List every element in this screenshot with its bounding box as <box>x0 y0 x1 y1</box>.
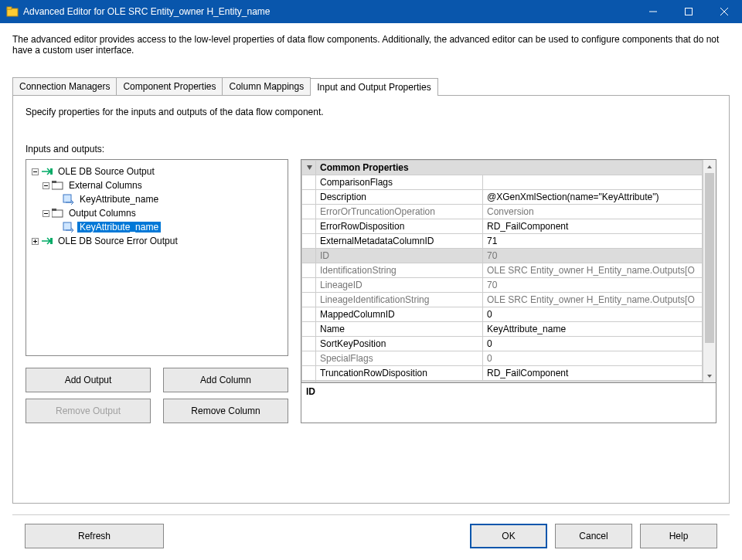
titlebar: Advanced Editor for OLE SRC Entity_owner… <box>0 0 742 23</box>
tree-node-error-output[interactable]: OLE DB Source Error Output <box>56 236 180 246</box>
grid-val: OLE SRC Entity_owner H_Entity_name.Outpu… <box>483 293 703 307</box>
tab-column-mappings[interactable]: Column Mappings <box>222 77 311 95</box>
svg-rect-8 <box>50 168 53 175</box>
tab-connection-managers[interactable]: Connection Managers <box>12 77 117 95</box>
tree-node-external-columns[interactable]: External Columns <box>66 180 145 191</box>
svg-rect-13 <box>63 195 71 202</box>
grid-val[interactable]: 0 <box>483 337 703 351</box>
tab-strip: Connection Managers Component Properties… <box>12 79 730 96</box>
tree-collapse-icon[interactable] <box>40 182 51 189</box>
grid-group-common[interactable]: Common Properties <box>316 161 703 175</box>
grid-name[interactable]: SortKeyPosition <box>316 337 483 351</box>
svg-rect-16 <box>52 210 63 217</box>
svg-rect-1 <box>7 7 12 9</box>
grid-name: LineageIdentificationString <box>316 293 483 307</box>
folder-icon <box>52 207 64 219</box>
tab-panel: Specify properties for the inputs and ou… <box>12 96 730 504</box>
column-icon <box>63 193 75 205</box>
property-detail-pane: ID <box>301 383 716 423</box>
scroll-thumb[interactable] <box>705 173 714 343</box>
grid-val[interactable]: KeyAttribute_name <box>483 322 703 337</box>
tree-node-output-columns[interactable]: Output Columns <box>66 208 138 219</box>
grid-name[interactable]: Name <box>316 322 483 337</box>
column-icon <box>63 221 75 233</box>
grid-name: IdentificationString <box>316 263 483 278</box>
grid-name: SpecialFlags <box>316 351 483 366</box>
close-button[interactable] <box>706 0 742 23</box>
maximize-button[interactable] <box>671 0 706 23</box>
property-grid[interactable]: Common Properties ComparisonFlags Descri… <box>301 159 716 383</box>
grid-name[interactable]: ExternalMetadataColumnID <box>316 234 483 249</box>
ok-button[interactable]: OK <box>470 524 547 548</box>
tree-collapse-icon[interactable] <box>40 210 51 217</box>
grid-name[interactable]: TruncationRowDisposition <box>316 366 483 381</box>
app-icon <box>6 5 19 18</box>
collapse-icon[interactable] <box>302 381 316 383</box>
tree-node-ole-source-output[interactable]: OLE DB Source Output <box>56 166 157 177</box>
collapse-icon[interactable] <box>302 161 316 175</box>
panel-description: Specify properties for the inputs and ou… <box>26 107 716 117</box>
remove-output-button: Remove Output <box>26 399 151 423</box>
cancel-button[interactable]: Cancel <box>555 524 632 548</box>
grid-name[interactable]: MappedColumnID <box>316 307 483 322</box>
grid-val: Conversion <box>483 205 703 219</box>
window-description: The advanced editor provides access to t… <box>0 23 742 70</box>
tab-component-properties[interactable]: Component Properties <box>116 77 223 95</box>
grid-val[interactable]: 71 <box>483 234 703 249</box>
minimize-button[interactable] <box>635 0 671 23</box>
add-output-button[interactable]: Add Output <box>26 368 151 392</box>
grid-val: OLE SRC Entity_owner H_Entity_name.Outpu… <box>483 263 703 278</box>
folder-icon <box>52 179 64 192</box>
tree-node-out-keyattribute[interactable]: KeyAttribute_name <box>77 222 161 232</box>
grid-group-datatype[interactable]: Data Type Properties <box>316 381 703 383</box>
svg-rect-12 <box>52 181 56 183</box>
grid-name: LineageID <box>316 278 483 293</box>
grid-val: 70 <box>483 249 703 263</box>
grid-name: ErrorOrTruncationOperation <box>316 205 483 219</box>
refresh-button[interactable]: Refresh <box>25 524 164 548</box>
svg-rect-18 <box>63 222 71 230</box>
scroll-up-icon[interactable] <box>703 160 716 173</box>
scroll-down-icon[interactable] <box>703 369 716 382</box>
svg-rect-3 <box>686 8 693 15</box>
grid-name[interactable]: ErrorRowDisposition <box>316 219 483 234</box>
add-column-button[interactable]: Add Column <box>163 368 288 392</box>
inputs-outputs-label: Inputs and outputs: <box>26 144 716 154</box>
grid-val: 70 <box>483 278 703 293</box>
window-title: Advanced Editor for OLE SRC Entity_owner… <box>23 6 635 17</box>
grid-scrollbar[interactable] <box>703 160 716 382</box>
tab-input-output-properties[interactable]: Input and Output Properties <box>310 78 437 96</box>
svg-rect-17 <box>52 209 56 211</box>
grid-val[interactable] <box>483 175 703 190</box>
remove-column-button[interactable]: Remove Column <box>163 399 288 423</box>
grid-val[interactable]: RD_FailComponent <box>483 219 703 234</box>
svg-rect-22 <box>50 238 53 244</box>
output-icon <box>41 235 53 247</box>
grid-name: ID <box>316 249 483 263</box>
grid-name[interactable]: Description <box>316 190 483 205</box>
grid-val[interactable]: @XGenXmlSection(name="KeyAttribute") <box>483 190 703 205</box>
svg-rect-11 <box>52 182 63 189</box>
help-button[interactable]: Help <box>640 524 717 548</box>
io-tree[interactable]: OLE DB Source Output External Columns <box>26 159 288 356</box>
output-icon <box>41 165 53 178</box>
grid-val[interactable]: 0 <box>483 307 703 322</box>
tree-node-ext-keyattribute[interactable]: KeyAttribute_name <box>77 194 161 205</box>
tree-collapse-icon[interactable] <box>29 168 40 175</box>
grid-val: 0 <box>483 351 703 366</box>
grid-name[interactable]: ComparisonFlags <box>316 175 483 190</box>
tree-expand-icon[interactable] <box>29 238 40 245</box>
grid-val[interactable]: RD_FailComponent <box>483 366 703 381</box>
